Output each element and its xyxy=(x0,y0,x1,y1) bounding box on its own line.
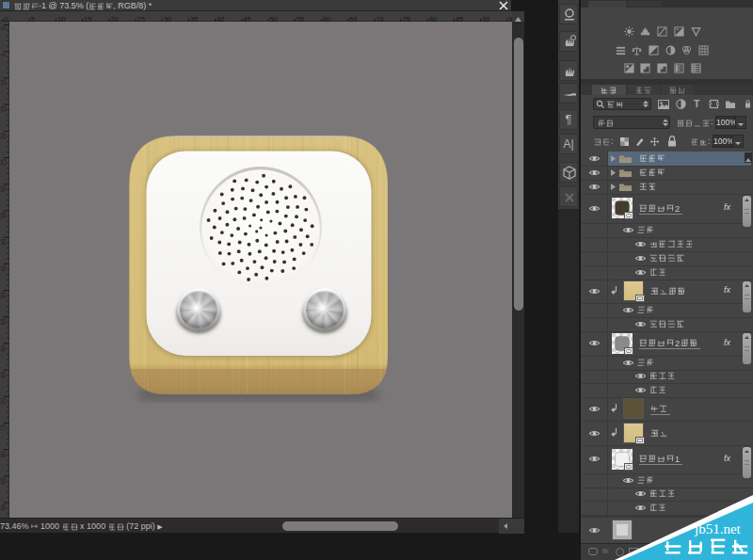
svg-text:45: 45 xyxy=(0,264,7,272)
svg-text:1: 1 xyxy=(675,455,680,463)
svg-text:0: 0 xyxy=(0,26,7,30)
svg-text:65: 65 xyxy=(0,371,7,378)
svg-text:70: 70 xyxy=(0,397,7,405)
svg-text:90: 90 xyxy=(0,504,7,511)
svg-text:75: 75 xyxy=(0,424,7,432)
svg-text:80: 80 xyxy=(0,451,7,458)
svg-text:30: 30 xyxy=(0,185,7,193)
svg-text:5: 5 xyxy=(0,53,7,56)
svg-text:50: 50 xyxy=(0,292,7,299)
svg-text:2: 2 xyxy=(675,204,680,213)
svg-text:60: 60 xyxy=(0,344,7,352)
svg-text:55: 55 xyxy=(0,318,7,326)
svg-text:10: 10 xyxy=(0,79,7,87)
svg-text:20: 20 xyxy=(0,132,7,139)
svg-text:35: 35 xyxy=(0,212,7,219)
svg-text:40: 40 xyxy=(0,238,7,246)
svg-text:85: 85 xyxy=(0,477,7,485)
svg-text:15: 15 xyxy=(0,105,7,113)
svg-text:2: 2 xyxy=(675,339,680,347)
svg-text:25: 25 xyxy=(0,159,7,167)
